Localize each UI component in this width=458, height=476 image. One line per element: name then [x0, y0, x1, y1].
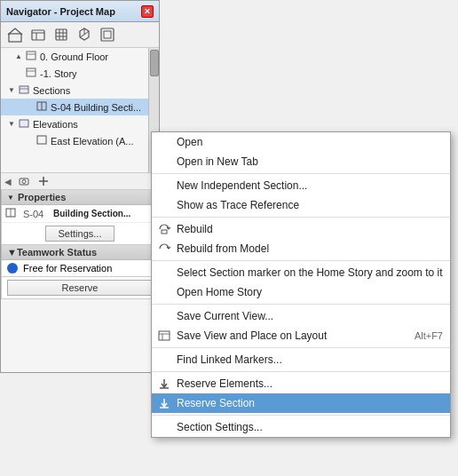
tree-area: ▲ 0. Ground Floor -1. Story ▼	[1, 48, 159, 172]
status-label: Free for Reservation	[23, 263, 112, 274]
menu-item-open-home-story[interactable]: Open Home Story	[152, 282, 450, 302]
menu-label-save-view-layout: Save View and Place on Layout	[177, 329, 327, 342]
menu-item-save-view-layout[interactable]: Save View and Place on LayoutAlt+F7	[152, 326, 450, 345]
rebuild-model-icon	[157, 242, 171, 256]
toolbar-btn-layout[interactable]	[97, 25, 118, 44]
menu-item-new-independent[interactable]: New Independent Section...	[152, 176, 450, 195]
properties-title: Properties	[18, 192, 66, 202]
collapse-button[interactable]: ◀	[4, 177, 12, 186]
menu-item-reserve-elements[interactable]: Reserve Elements...	[152, 374, 450, 393]
home-icon	[7, 27, 23, 43]
svg-rect-13	[104, 31, 111, 38]
reserve-down-icon	[157, 377, 171, 391]
sections-icon	[19, 83, 30, 97]
teamwork-title: Teamwork Status	[17, 247, 97, 258]
arrow-elevations: ▼	[8, 120, 17, 128]
menu-item-rebuild-model[interactable]: Rebuild from Model	[152, 239, 450, 258]
status-row: Free for Reservation	[1, 260, 159, 277]
bottom-btn-1[interactable]	[15, 173, 33, 189]
bottom-toolbar	[15, 173, 52, 189]
properties-area: S-04 Building Section... Settings...	[1, 205, 159, 245]
svg-line-11	[84, 31, 89, 35]
menu-item-rebuild[interactable]: Rebuild	[152, 219, 450, 239]
menu-item-open[interactable]: Open	[152, 132, 450, 152]
tree-item-ground-floor[interactable]: ▲ 0. Ground Floor	[1, 48, 148, 65]
rebuild-icon	[157, 222, 171, 236]
menu-separator-after-find-linked	[152, 371, 450, 372]
menu-separator-after-rebuild-model	[152, 260, 450, 261]
east-elevation-label: East Elevation (A...	[51, 136, 134, 147]
close-button[interactable]: ✕	[141, 5, 154, 18]
camera-icon	[18, 175, 30, 187]
menu-label-open-new-tab: Open in New Tab	[177, 155, 258, 168]
menu-item-section-settings[interactable]: Section Settings...	[152, 417, 450, 437]
status-dot	[7, 263, 18, 274]
menu-label-show-trace: Show as Trace Reference	[177, 199, 299, 211]
svg-rect-14	[27, 52, 36, 60]
menu-shortcut-save-view-layout: Alt+F7	[415, 330, 443, 341]
svg-rect-18	[20, 86, 28, 93]
menu-item-show-trace[interactable]: Show as Trace Reference	[152, 195, 450, 215]
elevations-label: Elevations	[33, 119, 78, 130]
s04-label: S-04 Building Secti...	[51, 102, 141, 113]
properties-header: ▼ Properties	[1, 190, 159, 205]
list-icon	[53, 27, 69, 43]
tree-item-sections[interactable]: ▼ Sections	[1, 82, 148, 99]
navigator-panel: Navigator - Project Map ✕	[0, 0, 160, 373]
svg-rect-4	[56, 29, 67, 40]
story-icon	[26, 67, 37, 80]
menu-separator-after-save-view-layout	[152, 347, 450, 348]
menu-item-find-linked[interactable]: Find Linked Markers...	[152, 350, 450, 369]
reserve-section-icon	[157, 396, 171, 410]
menu-label-reserve-section: Reserve Section	[177, 397, 255, 409]
menu-label-find-linked: Find Linked Markers...	[177, 353, 282, 366]
bottom-btn-2[interactable]	[35, 173, 52, 189]
tree-item-elevations[interactable]: ▼ Elevations	[1, 115, 148, 132]
menu-separator-after-reserve-section	[152, 415, 450, 416]
menu-item-open-new-tab[interactable]: Open in New Tab	[152, 152, 450, 171]
menu-label-save-view: Save Current View...	[177, 310, 273, 322]
floor-icon	[26, 50, 37, 63]
menu-item-select-marker[interactable]: Select Section marker on the Home Story …	[152, 263, 450, 282]
svg-rect-30	[162, 230, 167, 234]
story-label: -1. Story	[40, 68, 77, 79]
tree-content: ▲ 0. Ground Floor -1. Story ▼	[1, 48, 159, 149]
menu-separator-after-open-new-tab	[152, 173, 450, 174]
toolbar-btn-list[interactable]	[51, 25, 72, 44]
menu-separator-after-open-home-story	[152, 304, 450, 305]
tree-item-story[interactable]: -1. Story	[1, 65, 148, 82]
reserve-btn-row: Reserve	[1, 277, 159, 299]
east-elevation-icon	[36, 134, 48, 147]
properties-arrow: ▼	[7, 194, 14, 202]
menu-item-reserve-section[interactable]: Reserve Section	[152, 393, 450, 413]
cube-icon	[76, 27, 92, 43]
menu-label-open: Open	[177, 136, 202, 148]
tree-item-s04[interactable]: S-04 Building Secti...	[1, 99, 148, 115]
navigator-toolbar	[1, 22, 159, 48]
tree-item-east-elevation[interactable]: East Elevation (A...	[1, 132, 148, 149]
prop-id: S-04	[23, 209, 50, 219]
svg-rect-12	[101, 28, 114, 41]
svg-rect-1	[32, 30, 44, 40]
sections-label: Sections	[33, 85, 70, 96]
toolbar-btn-3d[interactable]	[74, 25, 95, 44]
panel-titlebar: Navigator - Project Map ✕	[1, 1, 159, 22]
ground-floor-label: 0. Ground Floor	[40, 52, 108, 62]
context-menu: OpenOpen in New TabNew Independent Secti…	[151, 131, 451, 438]
prop-id-row: S-04 Building Section...	[2, 205, 158, 222]
arrow-ground-floor: ▲	[15, 52, 24, 60]
toolbar-btn-1[interactable]	[4, 25, 26, 44]
menu-label-rebuild-model: Rebuild from Model	[177, 242, 269, 255]
reserve-button[interactable]: Reserve	[7, 280, 153, 296]
svg-rect-16	[27, 68, 36, 76]
menu-label-new-independent: New Independent Section...	[177, 179, 307, 192]
settings-button[interactable]: Settings...	[45, 226, 115, 242]
menu-separator-after-show-trace	[152, 217, 450, 218]
svg-rect-31	[159, 331, 170, 340]
map-icon	[30, 27, 46, 43]
toolbar-btn-map[interactable]	[28, 25, 49, 44]
menu-item-save-view[interactable]: Save Current View...	[152, 306, 450, 326]
menu-label-reserve-elements: Reserve Elements...	[177, 377, 272, 390]
svg-rect-0	[9, 34, 21, 42]
tree-scroll-thumb[interactable]	[150, 50, 159, 76]
